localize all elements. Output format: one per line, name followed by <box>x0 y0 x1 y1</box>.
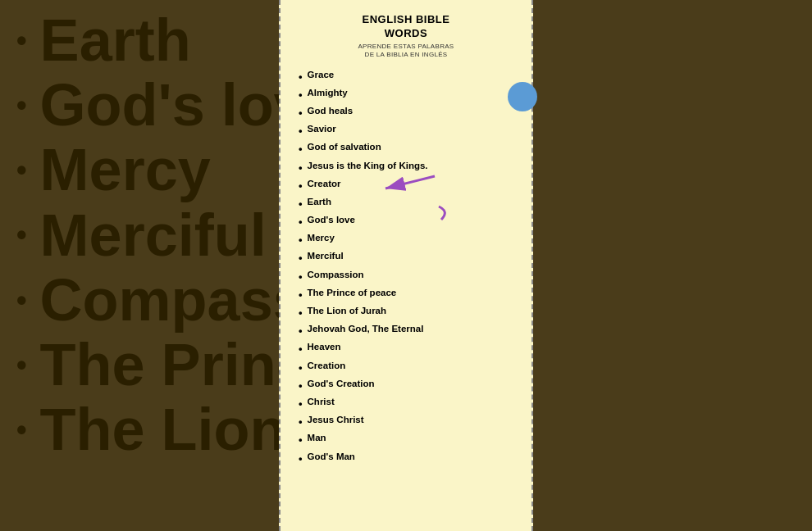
doc-subtitle: APRENDE ESTAS PALABRAS DE LA BIBLIA EN I… <box>294 43 518 60</box>
background-text: Earth God's love Mercy Merciful Compassi… <box>0 0 279 531</box>
list-item: Jesus is the King of Kings. <box>294 159 518 177</box>
list-item: God of salvation <box>294 140 518 158</box>
list-item: Creator <box>294 177 518 195</box>
bg-word-mercy: Mercy <box>16 138 279 202</box>
bg-word-merciful: Merciful <box>16 203 279 268</box>
list-item: Compassion <box>294 268 518 286</box>
list-item: God's love <box>294 213 518 231</box>
bg-word-thelion: The Lion <box>16 397 279 462</box>
bg-word-earth: Earth <box>16 8 279 73</box>
bg-word-godslove: God's love <box>16 73 279 138</box>
list-item: The Lion of Jurah <box>294 304 518 322</box>
list-item: The Prince of peace <box>294 286 518 304</box>
list-item: Grace <box>294 68 518 86</box>
list-item: Jehovah God, The Eternal <box>294 322 518 340</box>
list-item: Heaven <box>294 340 518 358</box>
list-item: Savior <box>294 122 518 140</box>
right-background <box>533 0 812 531</box>
list-item: God heals <box>294 104 518 122</box>
list-item: Jesus Christ <box>294 413 518 431</box>
bg-word-compassion: Compassion <box>16 268 279 333</box>
list-item: Man <box>294 431 518 449</box>
list-item: Merciful <box>294 249 518 267</box>
list-item: Mercy <box>294 231 518 249</box>
word-list: GraceAlmightyGod healsSaviorGod of salva… <box>294 68 518 468</box>
list-item: Creation <box>294 359 518 377</box>
list-item: Christ <box>294 395 518 413</box>
doc-title: ENGLISH BIBLE WORDS <box>294 13 518 41</box>
document-panel: ENGLISH BIBLE WORDS APRENDE ESTAS PALABR… <box>279 0 533 531</box>
doc-content: ENGLISH BIBLE WORDS APRENDE ESTAS PALABR… <box>281 0 531 531</box>
circle-button[interactable] <box>508 82 537 111</box>
bg-word-theprince: The Prince <box>16 333 279 397</box>
list-item: Earth <box>294 195 518 213</box>
list-item: Almighty <box>294 86 518 104</box>
list-item: God's Man <box>294 450 518 468</box>
list-item: God's Creation <box>294 377 518 395</box>
